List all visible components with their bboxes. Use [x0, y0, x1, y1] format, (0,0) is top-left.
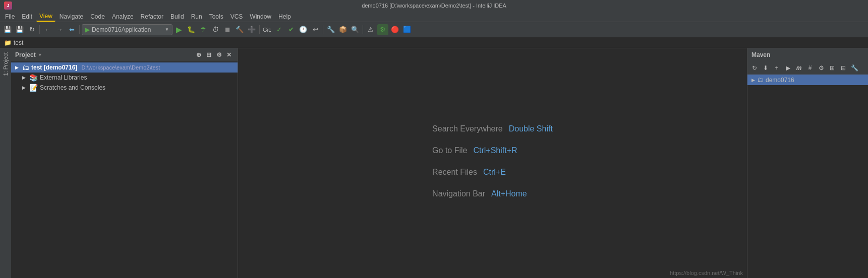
maven-title: Maven [751, 51, 770, 58]
debug-button[interactable]: 🐛 [186, 24, 197, 35]
project-settings-btn[interactable]: ⚙ [214, 50, 223, 59]
navigate-back-button[interactable]: ⬅ [66, 24, 77, 35]
search-toolbar-button[interactable]: 🔍 [350, 24, 361, 35]
root-folder-icon: 🗂 [22, 63, 29, 72]
run-config-label: Demo0716Application [92, 26, 163, 33]
problems-button[interactable]: ⚠ [365, 24, 376, 35]
scratches-name: Scratches and Consoles [40, 84, 105, 91]
history-button[interactable]: 🕐 [298, 24, 309, 35]
tree-item-root[interactable]: ▶ 🗂 test [demo0716] D:\workspace\exam\De… [11, 62, 238, 73]
project-add-btn[interactable]: ⊕ [194, 50, 203, 59]
maven-collapse-btn[interactable]: ⊟ [838, 63, 848, 73]
root-name: test [demo0716] [31, 64, 77, 71]
project-header: Project ▼ ⊕ ⊟ ⚙ ✕ [11, 48, 238, 61]
forward-button[interactable]: → [54, 24, 65, 35]
maven-tree: ▶ 🗂 demo0716 [747, 75, 868, 85]
menu-window[interactable]: Window [247, 12, 274, 21]
maven-header: Maven [747, 48, 868, 61]
scratches-arrow-icon: ▶ [22, 85, 27, 90]
ext-libs-icon: 📚 [29, 74, 38, 82]
project-collapse-btn[interactable]: ⊟ [204, 50, 213, 59]
project-close-btn[interactable]: ✕ [224, 50, 234, 59]
project-dropdown-icon[interactable]: ▼ [38, 52, 42, 57]
hint4-shortcut: Alt+Home [491, 185, 527, 202]
dropdown-arrow-icon: ▼ [165, 27, 169, 32]
menu-build[interactable]: Build [167, 12, 187, 21]
maven-skip-btn[interactable]: # [805, 63, 815, 73]
scratches-icon: 📝 [29, 84, 38, 92]
hint-block: Search Everywhere Double Shift Go to Fil… [432, 120, 553, 207]
stop-button[interactable]: ⏹ [222, 24, 233, 35]
menu-code[interactable]: Code [87, 12, 108, 21]
profile-button[interactable]: ⏱ [210, 24, 221, 35]
git-ok-button[interactable]: ✓ [273, 24, 284, 35]
maven-toolbar: ↻ ⬇ + ▶ m # ⚙ ⊞ ⊟ 🔧 [747, 61, 868, 75]
editor-area: Search Everywhere Double Shift Go to Fil… [238, 48, 747, 278]
separator-5 [363, 25, 363, 34]
wrench-button[interactable]: 🔧 [325, 24, 336, 35]
hint3-text: Recent Files [432, 163, 477, 181]
notification-button[interactable]: 🟦 [401, 24, 413, 35]
menu-edit[interactable]: Edit [19, 12, 35, 21]
run-button[interactable]: ▶ [173, 24, 185, 35]
save-all-button[interactable]: 💾 [14, 24, 25, 35]
toolbar: 💾 💾 ↻ ← → ⬅ ▶ Demo0716Application ▼ ▶ 🐛 … [0, 22, 868, 37]
menu-bar: File Edit View Navigate Code Analyze Ref… [0, 11, 868, 22]
window-title: demo0716 [D:\workspace\exam\Demo2\test] … [362, 3, 506, 9]
maven-panel: Maven ↻ ⬇ + ▶ m # ⚙ ⊞ ⊟ 🔧 ▶ 🗂 demo0716 [747, 48, 868, 278]
maven-root-icon: 🗂 [757, 76, 764, 84]
separator-4 [323, 25, 323, 34]
menu-run[interactable]: Run [188, 12, 205, 21]
maven-refresh-btn[interactable]: ↻ [749, 63, 760, 73]
run-config-dropdown[interactable]: ▶ Demo0716Application ▼ [82, 24, 172, 35]
breadcrumb-folder-icon: 📁 [4, 39, 12, 46]
menu-vcs[interactable]: VCS [227, 12, 246, 21]
hint3-shortcut: Ctrl+E [483, 163, 506, 181]
hint4-text: Navigation Bar [432, 185, 485, 202]
ext-libs-arrow-icon: ▶ [22, 75, 27, 80]
tree-item-external-libs[interactable]: ▶ 📚 External Libraries [11, 73, 238, 83]
tree-item-scratches[interactable]: ▶ 📝 Scratches and Consoles [11, 83, 238, 93]
maven-expand-btn[interactable]: ⊞ [827, 63, 837, 73]
separator-1 [39, 25, 40, 34]
git-check-button[interactable]: ✔ [285, 24, 297, 35]
menu-file[interactable]: File [2, 12, 18, 21]
maven-tree-item-root[interactable]: ▶ 🗂 demo0716 [747, 75, 868, 85]
maven-project-name: demo0716 [766, 77, 794, 84]
menu-view[interactable]: View [36, 12, 55, 22]
save-button[interactable]: 💾 [2, 24, 13, 35]
maven-download-btn[interactable]: ⬇ [761, 63, 771, 73]
watermark-text: https://blog.csdn.net/W_Think [670, 270, 743, 276]
maven-run-btn[interactable]: ▶ [783, 63, 793, 73]
maven-root-arrow-icon: ▶ [751, 78, 755, 83]
root-arrow-icon: ▶ [15, 65, 20, 70]
run-widget-button[interactable]: ⚙ [377, 24, 388, 35]
undo-button[interactable]: ↩ [310, 24, 321, 35]
watermark: https://blog.csdn.net/W_Think [670, 270, 743, 276]
menu-navigate[interactable]: Navigate [56, 12, 86, 21]
hint-line-3: Recent Files Ctrl+E [432, 163, 553, 181]
build-button[interactable]: 🔨 [234, 24, 245, 35]
maven-m-btn[interactable]: m [794, 63, 804, 73]
menu-analyze[interactable]: Analyze [109, 12, 137, 21]
menu-refactor[interactable]: Refactor [138, 12, 166, 21]
left-tab: 1: Project [0, 48, 11, 278]
app-icon: J [4, 2, 12, 10]
project-title: Project [15, 51, 36, 58]
maven-wrench-btn[interactable]: 🔧 [849, 63, 859, 73]
coverage-button[interactable]: ☂ [198, 24, 209, 35]
bookmark-button[interactable]: 🔴 [389, 24, 400, 35]
separator-3 [259, 25, 260, 34]
main-layout: 1: Project Project ▼ ⊕ ⊟ ⚙ ✕ ▶ 🗂 test [d… [0, 48, 868, 278]
menu-tools[interactable]: Tools [206, 12, 226, 21]
add-config-button[interactable]: ➕ [246, 24, 257, 35]
hint-line-2: Go to File Ctrl+Shift+R [432, 142, 553, 159]
maven-add-btn[interactable]: + [772, 63, 782, 73]
hint2-shortcut: Ctrl+Shift+R [473, 142, 517, 159]
shelf-button[interactable]: 📦 [337, 24, 349, 35]
sync-button[interactable]: ↻ [26, 24, 37, 35]
menu-help[interactable]: Help [275, 12, 294, 21]
project-tab-label[interactable]: 1: Project [2, 50, 10, 78]
back-button[interactable]: ← [42, 24, 53, 35]
maven-lifecycle-btn[interactable]: ⚙ [816, 63, 826, 73]
